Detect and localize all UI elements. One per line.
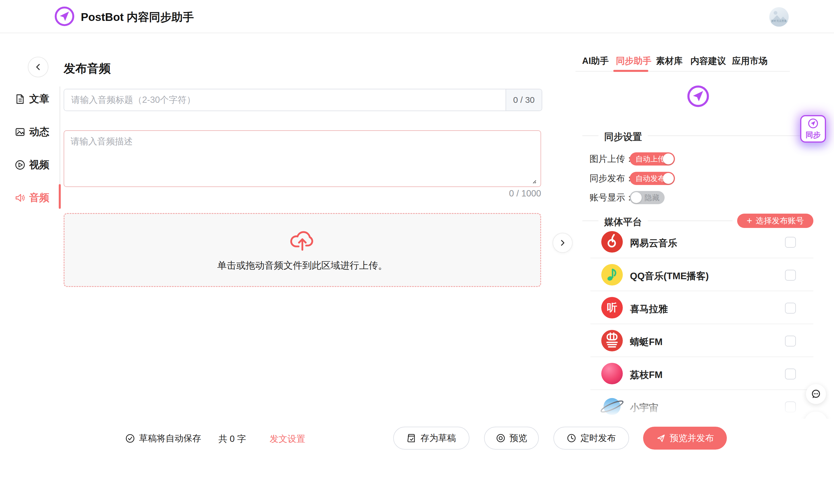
toggle-knob	[663, 154, 674, 164]
platform-name: 蜻蜓FM	[630, 336, 663, 348]
schedule-publish-label: 定时发布	[580, 432, 616, 444]
sync-row-image-upload-label: 图片上传：	[590, 152, 634, 165]
footer-bar: 草稿将自动保存 共 0 字 发文设置 存为草稿 预览 定时发布	[0, 419, 834, 504]
preview-icon	[496, 433, 506, 443]
sidebar-item-label: 动态	[29, 125, 49, 139]
post-settings-link[interactable]: 发文设置	[270, 433, 305, 445]
float-sync-button[interactable]: 同步	[800, 115, 826, 143]
chat-support-button[interactable]	[806, 384, 826, 404]
speaker-icon	[14, 192, 26, 204]
platform-name: 荔枝FM	[630, 369, 663, 382]
sidebar-item-label: 视频	[29, 158, 49, 171]
platform-checkbox[interactable]	[785, 369, 796, 380]
sync-row-sync-publish-label: 同步发布：	[590, 172, 634, 185]
image-upload-toggle[interactable]: 自动上传	[630, 152, 675, 165]
save-draft-label: 存为草稿	[420, 432, 456, 444]
tab-app-market[interactable]: 应用市场	[732, 55, 768, 67]
select-accounts-label: 选择发布账号	[756, 215, 804, 226]
panel-collapse-button[interactable]	[553, 233, 573, 253]
platform-checkbox[interactable]	[785, 336, 796, 346]
lizhi-fm-icon	[601, 363, 623, 384]
toggle-label: 隐藏	[644, 191, 659, 204]
sidebar-item-audio[interactable]: 音频	[14, 191, 49, 204]
platform-row: 荔枝FM	[590, 357, 813, 390]
platform-row: 网易云音乐	[590, 225, 813, 258]
back-button[interactable]	[28, 57, 48, 77]
textarea-resize-handle[interactable]	[532, 179, 536, 184]
toggle-knob	[631, 192, 642, 203]
preview-and-publish-button[interactable]: 预览并发布	[643, 427, 727, 450]
sidebar-active-indicator	[59, 184, 61, 209]
app-logo-icon	[53, 5, 75, 27]
audio-title-input[interactable]	[64, 89, 506, 111]
tab-sync-assistant[interactable]: 同步助手	[616, 55, 652, 67]
account-display-toggle[interactable]: 隐藏	[630, 191, 665, 204]
avatar-alt-text: 暂时无法查看	[769, 19, 789, 23]
send-icon	[656, 433, 666, 443]
preview-label: 预览	[509, 432, 527, 444]
chat-bubble-icon	[810, 388, 822, 400]
toggle-label: 自动发布	[635, 172, 665, 185]
platform-checkbox[interactable]	[785, 270, 796, 281]
platform-checkbox[interactable]	[785, 303, 796, 314]
description-char-counter: 0 / 1000	[64, 188, 541, 199]
tab-content-suggestions[interactable]: 内容建议	[690, 55, 726, 67]
avatar[interactable]: 暂时无法查看	[769, 7, 789, 27]
postbot-app: PostBot 内容同步助手 暂时无法查看 文章 动态	[0, 0, 834, 504]
chevron-left-icon	[34, 63, 42, 71]
platform-row: 蜻蜓FM	[590, 324, 813, 357]
sidebar-item-moments[interactable]: 动态	[14, 125, 49, 139]
toggle-knob	[663, 173, 674, 184]
ximalaya-icon-text: 听	[607, 301, 617, 315]
sync-row-account-display-label: 账号显示：	[590, 191, 634, 204]
netease-music-icon	[601, 231, 623, 253]
tabs-underline	[575, 71, 790, 72]
autosave-text: 草稿将自动保存	[139, 432, 201, 444]
save-draft-button[interactable]: 存为草稿	[393, 427, 469, 450]
title-char-counter: 0 / 30	[506, 89, 542, 111]
sidebar-item-label: 文章	[29, 92, 49, 106]
document-icon	[14, 93, 26, 105]
clock-icon	[567, 433, 576, 443]
preview-and-publish-label: 预览并发布	[670, 432, 714, 444]
avatar-placeholder-image	[769, 7, 789, 27]
check-circle-icon	[125, 434, 135, 443]
sync-settings-line-right	[648, 135, 813, 136]
page-title: 发布音频	[64, 61, 111, 76]
schedule-publish-button[interactable]: 定时发布	[553, 427, 629, 450]
media-line-right	[648, 221, 732, 221]
platform-checkbox[interactable]	[785, 237, 796, 248]
qq-music-icon	[601, 264, 623, 285]
platform-row: QQ音乐(TME播客)	[590, 258, 813, 291]
image-icon	[14, 126, 26, 138]
save-draft-icon	[407, 433, 416, 443]
platform-row: 听 喜马拉雅	[590, 291, 813, 324]
toggle-label: 自动上传	[635, 152, 665, 165]
audio-upload-dropzone[interactable]: 单击或拖动音频文件到此区域进行上传。	[64, 213, 541, 287]
chevron-right-icon	[558, 239, 567, 247]
platform-name: 网易云音乐	[630, 237, 677, 250]
word-count: 共 0 字	[218, 433, 246, 445]
sync-settings-title: 同步设置	[604, 131, 642, 143]
upload-hint-text: 单击或拖动音频文件到此区域进行上传。	[217, 259, 388, 272]
media-line-left	[583, 221, 598, 221]
app-title: PostBot 内容同步助手	[81, 9, 194, 25]
platform-name: QQ音乐(TME播客)	[630, 270, 709, 283]
platform-name: 喜马拉雅	[630, 303, 668, 316]
panel-logo-icon	[686, 84, 710, 108]
audio-title-input-group: 0 / 30	[64, 89, 542, 111]
audio-description-textarea[interactable]	[64, 130, 541, 187]
sidebar-item-video[interactable]: 视频	[14, 158, 49, 171]
sidebar-item-article[interactable]: 文章	[14, 92, 49, 106]
sync-logo-icon	[808, 118, 818, 129]
preview-button[interactable]: 预览	[484, 427, 539, 450]
sidebar-divider	[60, 87, 60, 184]
list-bottom-fade	[573, 395, 834, 422]
tab-material-library[interactable]: 素材库	[656, 55, 683, 67]
qingting-fm-icon	[601, 330, 623, 351]
tab-ai-assistant[interactable]: AI助手	[582, 55, 609, 67]
autosave-status: 草稿将自动保存	[125, 432, 201, 444]
sidebar-item-label: 音频	[29, 191, 49, 204]
ximalaya-icon: 听	[601, 297, 623, 318]
sync-publish-toggle[interactable]: 自动发布	[630, 172, 675, 185]
